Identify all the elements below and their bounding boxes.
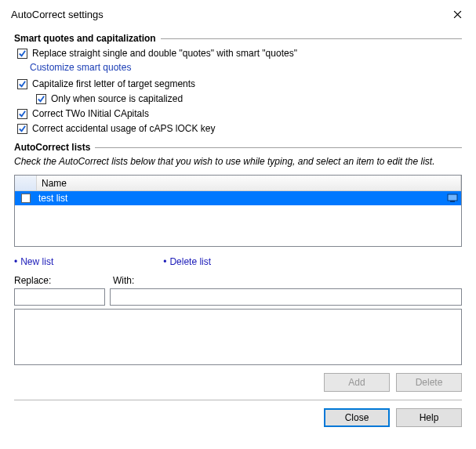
option-replace-quotes[interactable]: Replace straight single and double "quot… — [17, 48, 462, 59]
new-list-link[interactable]: New list — [14, 256, 53, 267]
add-button: Add — [324, 373, 390, 392]
option-capitalize-first-label: Capitalize first letter of target segmen… — [32, 78, 195, 89]
group-smart-quotes-title: Smart quotes and capitalization — [14, 33, 156, 44]
with-label: With: — [113, 275, 134, 286]
replace-label: Replace: — [14, 275, 105, 286]
table-row[interactable]: test list — [15, 191, 461, 205]
delete-list-link[interactable]: Delete list — [163, 256, 211, 267]
divider — [14, 400, 462, 400]
row-check-cell — [15, 194, 37, 203]
replace-with-inputs — [14, 288, 462, 306]
checkbox-two-initial-capitals[interactable] — [17, 109, 27, 119]
group-lists-header: AutoCorrect lists — [14, 142, 462, 153]
replace-input[interactable] — [14, 288, 105, 306]
list-action-links: New list Delete list — [14, 256, 462, 267]
dialog-buttons: Close Help — [14, 408, 462, 427]
option-capitalize-first[interactable]: Capitalize first letter of target segmen… — [17, 78, 462, 89]
option-replace-quotes-label: Replace straight single and double "quot… — [32, 48, 297, 59]
lists-instruction: Check the AutoCorrect lists below that y… — [14, 156, 462, 167]
option-two-initial-capitals-label: Correct TWo INitial CApitals — [32, 108, 149, 119]
customize-smart-quotes-link[interactable]: Customize smart quotes — [30, 62, 462, 73]
titlebar: AutoCorrect settings — [0, 0, 476, 27]
group-lists-title: AutoCorrect lists — [14, 142, 90, 153]
divider — [95, 147, 462, 148]
close-icon[interactable] — [446, 6, 468, 22]
add-delete-row: Add Delete — [14, 373, 462, 392]
lists-table-header: Name — [15, 176, 461, 191]
replace-with-labels: Replace: With: — [14, 275, 462, 286]
delete-button: Delete — [396, 373, 462, 392]
checkbox-only-when-source[interactable] — [36, 94, 46, 104]
lists-table: Name test list — [14, 175, 462, 247]
row-name: test list — [37, 193, 444, 204]
option-caps-lock-label: Correct accidental usage of cAPS lOCK ke… — [32, 123, 215, 134]
svg-rect-0 — [448, 194, 457, 201]
option-only-when-source-label: Only when source is capitalized — [51, 93, 183, 104]
group-smart-quotes-header: Smart quotes and capitalization — [14, 33, 462, 44]
divider — [161, 38, 462, 39]
entries-listbox[interactable] — [14, 309, 462, 365]
autocorrect-dialog: AutoCorrect settings Smart quotes and ca… — [0, 0, 476, 449]
content-area: Smart quotes and capitalization Replace … — [0, 27, 476, 449]
checkbox-capitalize-first[interactable] — [17, 79, 27, 89]
row-checkbox[interactable] — [21, 194, 31, 203]
svg-rect-1 — [450, 201, 455, 202]
option-only-when-source[interactable]: Only when source is capitalized — [36, 93, 462, 104]
option-caps-lock[interactable]: Correct accidental usage of cAPS lOCK ke… — [17, 123, 462, 134]
computer-icon — [444, 194, 461, 203]
lists-col-name[interactable]: Name — [37, 176, 461, 190]
checkbox-caps-lock[interactable] — [17, 124, 27, 134]
option-two-initial-capitals[interactable]: Correct TWo INitial CApitals — [17, 108, 462, 119]
checkbox-replace-quotes[interactable] — [17, 49, 27, 59]
help-button[interactable]: Help — [396, 408, 462, 427]
with-input[interactable] — [110, 288, 462, 306]
close-button[interactable]: Close — [324, 408, 390, 427]
window-title: AutoCorrect settings — [11, 9, 104, 20]
lists-col-check[interactable] — [15, 176, 37, 190]
